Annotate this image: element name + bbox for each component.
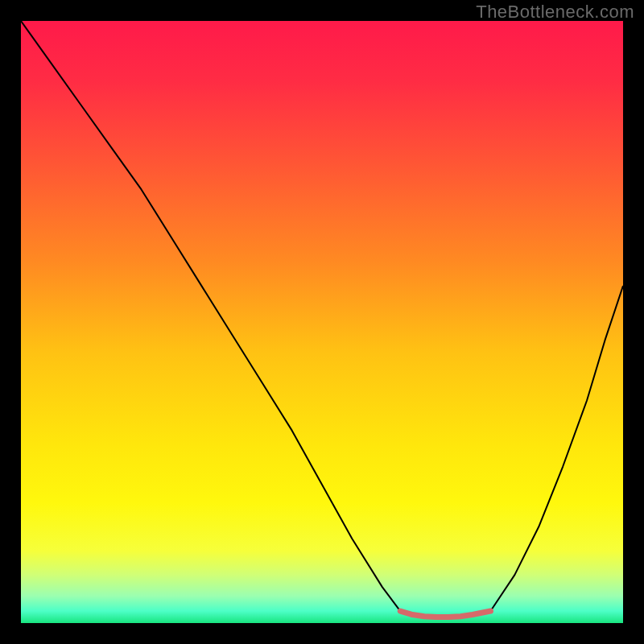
- chart-root: TheBottleneck.com: [0, 0, 644, 644]
- chart-svg: [21, 21, 623, 623]
- watermark-text: TheBottleneck.com: [476, 2, 634, 23]
- plot-area: [21, 21, 623, 623]
- chart-background: [21, 21, 623, 623]
